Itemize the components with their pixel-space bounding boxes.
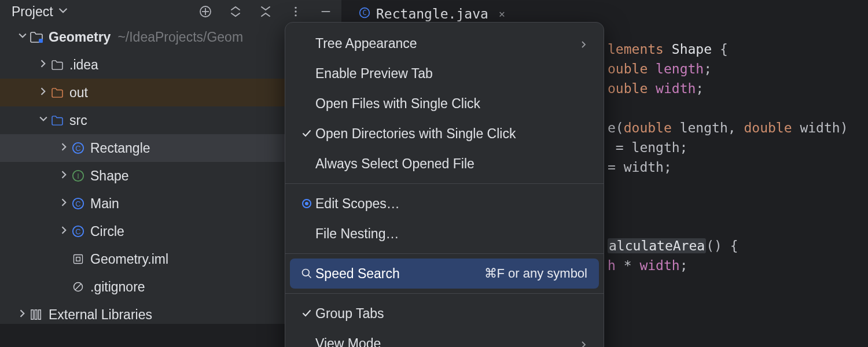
chevron-down-icon[interactable] [37, 115, 50, 125]
svg-rect-21 [35, 310, 37, 319]
svg-rect-20 [31, 310, 34, 319]
svg-point-25 [303, 270, 310, 276]
expand-all-icon[interactable] [226, 2, 245, 21]
select-opened-file-icon[interactable] [196, 2, 215, 21]
menu-label: File Nesting… [315, 226, 587, 242]
chevron-down-icon[interactable] [59, 6, 67, 18]
chevron-right-icon[interactable] [58, 143, 71, 153]
chevron-right-icon[interactable] [37, 87, 50, 98]
menu-label: Group Tabs [315, 306, 587, 322]
svg-rect-17 [76, 257, 80, 261]
code-token: length [680, 120, 728, 135]
interface-icon: I [71, 169, 86, 182]
radio-icon [298, 199, 315, 208]
project-folder-icon [29, 32, 44, 43]
more-options-icon[interactable] [286, 2, 306, 21]
code-token: length [656, 61, 704, 76]
menu-label: View Mode [315, 336, 580, 348]
menu-label: Edit Scopes… [315, 196, 587, 212]
chevron-down-icon[interactable] [16, 32, 29, 42]
menu-edit-scopes[interactable]: Edit Scopes… [290, 189, 599, 219]
hide-panel-icon[interactable] [316, 2, 336, 21]
menu-separator [285, 293, 604, 294]
svg-text:C: C [75, 200, 80, 208]
menu-shortcut: ⌘F or any symbol [484, 266, 588, 281]
code-token: alculateArea [608, 238, 706, 253]
svg-text:C: C [362, 9, 366, 17]
code-token: ) [840, 120, 848, 135]
menu-label: Open Directories with Single Click [315, 126, 587, 142]
svg-line-26 [308, 275, 311, 278]
svg-text:C: C [75, 144, 80, 153]
checkmark-icon [298, 308, 315, 319]
tree-item-label: Geometry.iml [90, 252, 168, 267]
code-token: { [720, 42, 728, 57]
code-token: () { [706, 238, 738, 253]
tree-item-label: out [69, 85, 88, 101]
project-options-popup: Tree Appearance Enable Preview Tab Open … [285, 22, 604, 347]
menu-group-tabs[interactable]: Group Tabs [290, 298, 599, 328]
chevron-right-icon[interactable] [58, 198, 71, 209]
tree-item-label: .gitignore [90, 279, 145, 295]
chevron-right-icon[interactable] [16, 309, 29, 320]
folder-icon [50, 60, 65, 70]
chevron-right-icon[interactable] [37, 60, 50, 70]
checkmark-icon [298, 128, 315, 139]
menu-separator [285, 253, 604, 254]
tree-item-label: .idea [69, 57, 98, 73]
menu-separator [285, 183, 604, 184]
menu-label: Tree Appearance [315, 36, 580, 51]
tree-item-label: Circle [90, 224, 124, 239]
class-icon: C [71, 225, 86, 238]
svg-text:I: I [77, 172, 79, 180]
collapse-all-icon[interactable] [256, 2, 275, 21]
code-token: width [800, 120, 840, 135]
code-token: Shape [672, 42, 720, 57]
class-icon: C [71, 197, 86, 210]
tree-item-path: ~/IdeaProjects/Geom [117, 29, 243, 45]
chevron-right-icon[interactable] [58, 226, 71, 237]
menu-file-nesting[interactable]: File Nesting… [290, 219, 599, 249]
menu-open-dirs-single-click[interactable]: Open Directories with Single Click [290, 119, 599, 149]
project-view-title[interactable]: Project [12, 4, 53, 20]
chevron-right-icon [580, 336, 587, 348]
code-token: , [728, 120, 744, 135]
code-token: h [608, 258, 616, 273]
menu-always-select-opened[interactable]: Always Select Opened File [290, 149, 599, 179]
source-folder-icon [50, 116, 65, 125]
svg-line-19 [75, 284, 81, 290]
chevron-right-icon [580, 36, 587, 51]
code-token: width [639, 258, 679, 273]
tree-item-label: External Libraries [49, 307, 152, 323]
code-token: lements [608, 42, 672, 57]
svg-point-3 [295, 7, 296, 9]
code-token: = length; [608, 140, 687, 155]
tree-item-label: Main [90, 196, 119, 212]
menu-label: Open Files with Single Click [315, 96, 587, 112]
close-icon[interactable]: ✕ [499, 4, 505, 24]
menu-speed-search[interactable]: Speed Search ⌘F or any symbol [290, 259, 599, 289]
code-token: e( [608, 120, 624, 135]
tree-item-label: Shape [90, 168, 129, 184]
class-icon: C [71, 142, 86, 154]
menu-tree-appearance[interactable]: Tree Appearance [290, 28, 599, 58]
tree-item-label: src [69, 113, 87, 128]
svg-text:C: C [75, 227, 80, 236]
svg-point-5 [295, 14, 296, 16]
chevron-right-icon[interactable] [58, 171, 71, 181]
menu-open-files-single-click[interactable]: Open Files with Single Click [290, 88, 599, 119]
code-token: width [656, 81, 696, 96]
library-icon [29, 309, 44, 320]
code-token: ; [680, 258, 688, 273]
tree-item-label: Geometry [49, 29, 111, 45]
code-token: = width; [608, 160, 672, 175]
code-token: ; [704, 61, 712, 76]
code-token: * [616, 258, 640, 273]
module-file-icon [71, 253, 86, 265]
svg-rect-22 [39, 310, 41, 319]
menu-enable-preview-tab[interactable]: Enable Preview Tab [290, 58, 599, 88]
excluded-folder-icon [50, 88, 65, 98]
menu-view-mode[interactable]: View Mode [290, 328, 599, 347]
editor-tab-rectangle[interactable]: C Rectangle.java ✕ [359, 4, 505, 24]
code-token: double [624, 120, 680, 135]
